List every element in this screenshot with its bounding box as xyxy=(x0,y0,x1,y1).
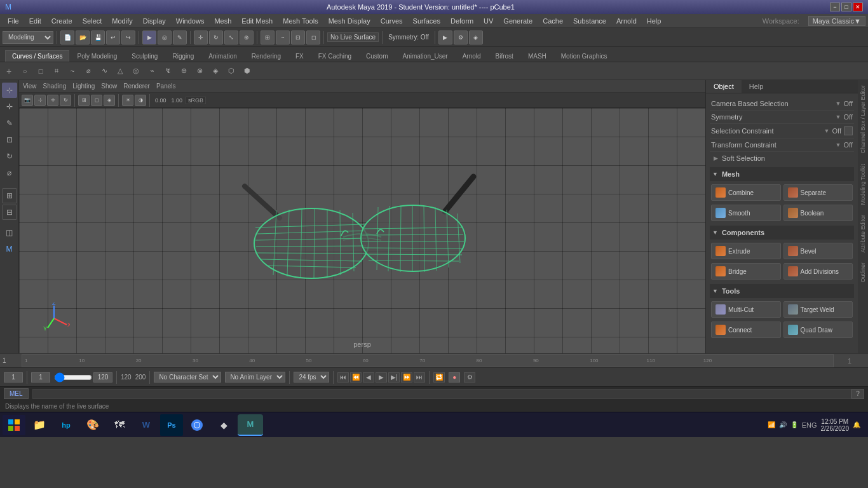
taskbar-maya[interactable]: M xyxy=(238,414,263,436)
next-frame-button[interactable]: ▶| xyxy=(388,372,400,383)
skip-to-start-button[interactable]: ⏮ xyxy=(337,372,349,383)
tab-sculpting[interactable]: Sculpting xyxy=(125,50,165,62)
shelf-icon-7[interactable]: △ xyxy=(112,64,128,79)
menu-cache[interactable]: Cache xyxy=(538,16,568,26)
tab-fx[interactable]: FX xyxy=(288,50,311,62)
shelf-icon-6[interactable]: ∿ xyxy=(97,64,112,79)
rp-tab-help[interactable]: Help xyxy=(742,80,771,93)
menu-substance[interactable]: Substance xyxy=(568,16,611,26)
bridge-button[interactable]: Bridge xyxy=(711,263,781,280)
menu-windows[interactable]: Windows xyxy=(171,16,210,26)
vp-light-btn[interactable]: ☀ xyxy=(122,95,133,106)
shelf-icon-5[interactable]: ⌀ xyxy=(81,64,96,79)
bevel-button[interactable]: Bevel xyxy=(783,243,853,259)
paint-ops-button[interactable]: ✎ xyxy=(2,116,17,131)
vp-smooth-btn[interactable]: ◈ xyxy=(104,95,115,106)
menu-display[interactable]: Display xyxy=(138,16,171,26)
vp-shadow-btn[interactable]: ◑ xyxy=(135,95,146,106)
add-divisions-button[interactable]: Add Divisions xyxy=(783,263,853,280)
shelf-add-icon[interactable]: + xyxy=(1,64,17,79)
vp-grid-btn[interactable]: ⊞ xyxy=(78,95,90,106)
rotate-mode-button[interactable]: ↻ xyxy=(2,149,17,164)
rotate-tool[interactable]: ↻ xyxy=(209,30,223,44)
rp-tab-object[interactable]: Object xyxy=(706,80,742,93)
tab-mash[interactable]: MASH xyxy=(521,50,553,62)
menu-curves[interactable]: Curves xyxy=(376,16,408,26)
menu-modify[interactable]: Modify xyxy=(107,16,137,26)
soft-selection-arrow[interactable]: ▶ xyxy=(714,155,718,161)
menu-select[interactable]: Select xyxy=(78,16,107,26)
tab-custom[interactable]: Custom xyxy=(359,50,395,62)
redo-button[interactable]: ↪ xyxy=(121,30,135,44)
play-button[interactable]: ▶ xyxy=(376,372,387,383)
taskbar-hp[interactable]: hp xyxy=(53,414,79,436)
selection-constraint-value[interactable]: Off xyxy=(832,127,841,135)
taskbar-maps[interactable]: 🗺 xyxy=(107,414,132,436)
camera-based-selection-value[interactable]: Off xyxy=(844,100,853,107)
shelf-icon-12[interactable]: ⊗ xyxy=(192,64,207,79)
tab-arnold[interactable]: Arnold xyxy=(456,50,488,62)
select-tool[interactable]: ▶ xyxy=(142,30,156,44)
taskbar-paint[interactable]: 🎨 xyxy=(80,414,105,436)
shelf-icon-11[interactable]: ⊕ xyxy=(176,64,191,79)
modeling-toolkit-label[interactable]: Modeling Toolkit xyxy=(858,159,867,210)
target-weld-button[interactable]: Target Weld xyxy=(783,301,853,318)
menu-create[interactable]: Create xyxy=(46,16,78,26)
display-btn-1[interactable]: ⊞ xyxy=(2,188,17,203)
vp-camera-btn[interactable]: 📷 xyxy=(22,95,33,106)
vp-wireframe-btn[interactable]: ◻ xyxy=(91,95,102,106)
tab-motion-graphics[interactable]: Motion Graphics xyxy=(554,50,614,62)
menu-mesh-display[interactable]: Mesh Display xyxy=(323,16,376,26)
snap-curve[interactable]: ~ xyxy=(276,30,290,44)
soft-selection-label[interactable]: Soft Selection xyxy=(722,154,765,162)
taskbar-word[interactable]: W xyxy=(133,414,159,436)
tab-animation-user[interactable]: Animation_User xyxy=(395,50,454,62)
taskbar-network-icon[interactable]: 📶 xyxy=(768,421,775,428)
separate-button[interactable]: Separate xyxy=(783,184,853,201)
tab-fx-caching[interactable]: FX Caching xyxy=(311,50,358,62)
range-end-input[interactable] xyxy=(93,372,112,383)
loop-button[interactable]: 🔁 xyxy=(433,372,445,383)
menu-surfaces[interactable]: Surfaces xyxy=(408,16,445,26)
viewport-menu-view[interactable]: View xyxy=(23,83,37,90)
shelf-icon-2[interactable]: □ xyxy=(33,64,48,79)
components-section-header[interactable]: ▼ Components xyxy=(710,226,854,240)
windows-start-button[interactable] xyxy=(3,415,25,435)
keying-button[interactable]: ● xyxy=(449,372,460,383)
shelf-icon-1[interactable]: ○ xyxy=(17,64,32,79)
menu-deform[interactable]: Deform xyxy=(445,16,478,26)
display-btn-3[interactable]: ◫ xyxy=(2,225,17,240)
menu-mesh[interactable]: Mesh xyxy=(209,16,236,26)
viewport-menu-renderer[interactable]: Renderer xyxy=(123,83,150,90)
timeline-ruler[interactable]: 1 10 20 30 40 50 60 70 80 90 100 110 120 xyxy=(22,354,834,367)
lasso-select[interactable]: ◎ xyxy=(158,30,172,44)
anim-layer-dropdown[interactable]: No Anim Layer xyxy=(225,372,285,383)
tab-rendering[interactable]: Rendering xyxy=(245,50,288,62)
tab-rigging[interactable]: Rigging xyxy=(165,50,201,62)
shelf-icon-14[interactable]: ⬡ xyxy=(224,64,239,79)
render-settings[interactable]: ⚙ xyxy=(454,30,468,44)
taskbar-photoshop[interactable]: Ps xyxy=(160,414,183,436)
vp-move-btn[interactable]: ✛ xyxy=(47,95,58,106)
taskbar-chrome[interactable] xyxy=(184,414,210,436)
shelf-icon-9[interactable]: ⌁ xyxy=(144,64,159,79)
shelf-icon-13[interactable]: ◈ xyxy=(208,64,223,79)
transform-constraint-arrow[interactable]: ▼ xyxy=(836,142,841,148)
taskbar-file-explorer[interactable]: 📁 xyxy=(27,414,52,436)
boolean-button[interactable]: Boolean xyxy=(783,205,853,221)
menu-mesh-tools[interactable]: Mesh Tools xyxy=(278,16,323,26)
combine-button[interactable]: Combine xyxy=(711,184,781,201)
minimize-button[interactable]: − xyxy=(830,3,840,11)
outliner-label[interactable]: Outliner xyxy=(858,257,867,288)
snap-mode-button[interactable]: ⊡ xyxy=(2,132,17,147)
snap-surface[interactable]: ◻ xyxy=(306,30,320,44)
smooth-button[interactable]: Smooth xyxy=(711,205,781,221)
close-button[interactable]: ✕ xyxy=(853,3,863,11)
command-input[interactable] xyxy=(32,389,851,399)
attribute-editor-label[interactable]: Attribute Editor xyxy=(858,210,867,258)
workspace-dropdown[interactable]: Maya Classic▼ xyxy=(808,16,865,26)
taskbar-notifications-icon[interactable]: 🔔 xyxy=(853,421,860,428)
symmetry-arrow[interactable]: ▼ xyxy=(836,114,841,120)
menu-generate[interactable]: Generate xyxy=(498,16,538,26)
menu-help[interactable]: Help xyxy=(642,16,667,26)
